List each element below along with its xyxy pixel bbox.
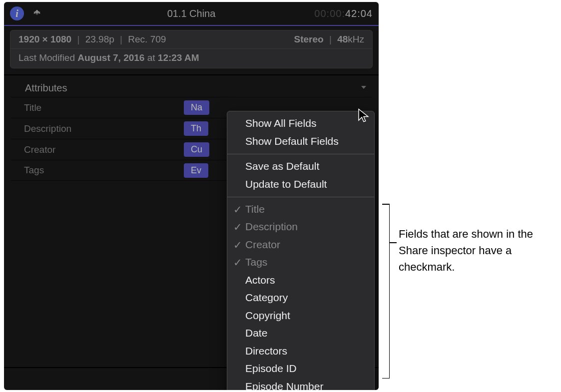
frame-rate-value: 23.98p bbox=[85, 34, 114, 44]
attributes-popup-menu: Show All Fields Show Default Fields Save… bbox=[227, 111, 375, 390]
checkmark-icon: ✓ bbox=[233, 219, 242, 235]
menu-field-label: Directors bbox=[245, 345, 287, 357]
share-icon[interactable] bbox=[31, 6, 43, 20]
menu-field-item[interactable]: ✓Title bbox=[227, 200, 374, 218]
inspector-panel: i 01.1 China 00:00:42:04 1920 × 1080 | 2… bbox=[4, 2, 379, 390]
info-icon[interactable]: i bbox=[10, 6, 24, 20]
menu-field-item[interactable]: Date bbox=[227, 324, 374, 342]
media-info-row-1: 1920 × 1080 | 23.98p | Rec. 709 Stereo |… bbox=[10, 30, 372, 48]
callout-bracket bbox=[381, 204, 390, 379]
menu-show-all-fields[interactable]: Show All Fields bbox=[227, 114, 374, 132]
menu-field-label: Title bbox=[245, 203, 265, 215]
inspector-header: i 01.1 China 00:00:42:04 bbox=[4, 2, 379, 25]
menu-field-label: Episode Number bbox=[245, 381, 323, 390]
cursor-icon bbox=[357, 108, 370, 125]
menu-field-label: Creator bbox=[245, 239, 280, 250]
video-format: 1920 × 1080 | 23.98p | Rec. 709 bbox=[18, 34, 166, 45]
checkmark-icon: ✓ bbox=[233, 255, 242, 271]
menu-field-item[interactable]: Actors bbox=[227, 271, 374, 289]
chevron-down-icon[interactable] bbox=[360, 82, 368, 94]
resolution-value: 1920 × 1080 bbox=[18, 34, 71, 44]
sample-rate-value: 48 bbox=[337, 34, 348, 44]
menu-field-item[interactable]: Copyright bbox=[227, 307, 374, 325]
colorspace-value: Rec. 709 bbox=[128, 34, 166, 44]
audio-format: Stereo | 48kHz bbox=[294, 34, 364, 45]
clip-title: 01.1 China bbox=[167, 8, 216, 19]
menu-field-label: Actors bbox=[245, 274, 275, 286]
timecode-hours: 00:00: bbox=[314, 8, 345, 19]
menu-field-item[interactable]: ✓Description bbox=[227, 218, 374, 236]
modified-date: August 7, 2016 bbox=[77, 52, 144, 63]
attributes-header[interactable]: Attributes bbox=[4, 75, 379, 97]
menu-separator bbox=[227, 154, 374, 154]
checkmark-icon: ✓ bbox=[233, 237, 242, 253]
checkmark-icon: ✓ bbox=[233, 202, 242, 218]
menu-update-to-default[interactable]: Update to Default bbox=[227, 175, 374, 193]
attr-value-field[interactable]: Na bbox=[184, 100, 209, 115]
attr-label: Description bbox=[24, 123, 184, 134]
attr-value-field[interactable]: Cu bbox=[184, 142, 209, 157]
attr-label: Tags bbox=[24, 165, 184, 176]
modified-at: at bbox=[147, 52, 155, 63]
callout-text: Fields that are shown in the Share inspe… bbox=[399, 226, 554, 275]
menu-field-label: Tags bbox=[245, 256, 267, 268]
menu-fields-list: ✓Title✓Description✓Creator✓TagsActorsCat… bbox=[227, 200, 374, 390]
menu-field-item[interactable]: Directors bbox=[227, 342, 374, 360]
menu-field-item[interactable]: Episode Number bbox=[227, 378, 374, 390]
sample-rate-unit: kHz bbox=[348, 34, 364, 44]
audio-layout-value: Stereo bbox=[294, 34, 323, 44]
timecode: 00:00:42:04 bbox=[314, 8, 373, 19]
modified-time: 12:23 AM bbox=[158, 52, 199, 63]
attr-label: Creator bbox=[24, 144, 184, 155]
menu-field-item[interactable]: Episode ID bbox=[227, 360, 374, 378]
menu-field-label: Description bbox=[245, 221, 298, 232]
callout-tick bbox=[390, 242, 397, 243]
menu-field-label: Copyright bbox=[245, 310, 290, 321]
attr-value-field[interactable]: Th bbox=[184, 121, 208, 136]
menu-show-default-fields[interactable]: Show Default Fields bbox=[227, 132, 374, 150]
svg-point-0 bbox=[36, 11, 38, 13]
menu-field-label: Episode ID bbox=[245, 363, 297, 374]
menu-field-item[interactable]: Category bbox=[227, 289, 374, 307]
header-accent bbox=[4, 25, 379, 26]
menu-field-label: Category bbox=[245, 292, 288, 303]
menu-save-as-default[interactable]: Save as Default bbox=[227, 157, 374, 175]
media-info-card: 1920 × 1080 | 23.98p | Rec. 709 Stereo |… bbox=[10, 30, 373, 68]
menu-field-label: Date bbox=[245, 327, 267, 339]
attributes-heading-label: Attributes bbox=[25, 82, 67, 94]
menu-field-item[interactable]: ✓Tags bbox=[227, 253, 374, 271]
attr-value-field[interactable]: Ev bbox=[184, 163, 208, 178]
menu-field-item[interactable]: ✓Creator bbox=[227, 236, 374, 254]
menu-separator bbox=[227, 197, 374, 197]
timecode-seconds: 42:04 bbox=[345, 8, 373, 19]
modified-prefix: Last Modified bbox=[18, 52, 75, 63]
media-info-row-2: Last Modified August 7, 2016 at 12:23 AM bbox=[10, 48, 372, 68]
attr-label: Title bbox=[24, 102, 184, 113]
